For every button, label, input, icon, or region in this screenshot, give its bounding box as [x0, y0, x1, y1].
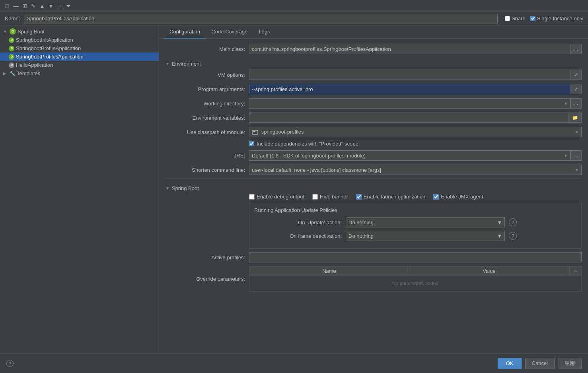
table-body: No parameters added	[249, 276, 582, 291]
jre-input-group: Default (1.8 - SDK of 'springboot-profil…	[249, 150, 582, 161]
share-area: Share Single Instance only	[505, 16, 583, 21]
classpath-value: springboot-profiles	[252, 129, 304, 135]
apply-button[interactable]: 应用	[558, 358, 582, 369]
vm-options-expand-btn[interactable]: ⤢	[570, 70, 582, 80]
env-vars-browse-btn[interactable]: 📁	[569, 113, 582, 123]
spring-init-icon: ⚙	[9, 37, 14, 43]
hide-banner-checkbox[interactable]	[312, 194, 318, 200]
table-col-value: Value	[409, 266, 569, 276]
vm-options-label: VM options:	[165, 72, 249, 78]
spring-boot-section-header[interactable]: ▼ Spring Boot	[165, 182, 582, 194]
enable-jmx-checkbox[interactable]	[433, 194, 439, 200]
on-update-dropdown[interactable]: Do nothing ▼	[346, 217, 505, 227]
toolbar-icon-3[interactable]: ⊞	[21, 2, 29, 10]
table-actions-icon[interactable]: »	[574, 268, 577, 274]
on-frame-dropdown[interactable]: Do nothing ▼	[346, 231, 505, 241]
tree-item-springboot-init[interactable]: ⚙ SpringbootInitApplication	[0, 36, 159, 44]
section-divider	[165, 179, 582, 179]
program-args-input[interactable]	[249, 84, 570, 94]
toolbar-icon-6[interactable]: ▼	[47, 2, 55, 10]
share-checkbox-label[interactable]: Share	[505, 16, 526, 21]
vm-options-row: VM options: ⤢	[165, 69, 582, 80]
toolbar-icon-5[interactable]: ▲	[38, 2, 46, 10]
toolbar-icon-1[interactable]: □	[3, 2, 11, 10]
program-args-expand-btn[interactable]: ⤢	[570, 84, 582, 94]
spring-boot-group[interactable]: ▼ ⚙ Spring Boot	[0, 27, 159, 36]
vm-options-input-group: ⤢	[249, 70, 582, 80]
templates-icon: 🔧	[10, 71, 15, 76]
jre-dropdown[interactable]: Default (1.8 - SDK of 'springboot-profil…	[249, 150, 570, 161]
shorten-cmd-chevron: ▼	[575, 168, 579, 172]
name-bar: Name: Share Single Instance only	[0, 12, 588, 25]
environment-arrow: ▼	[165, 62, 169, 66]
tree-item-hello-app[interactable]: ⚙ HelloApplication	[0, 61, 159, 69]
classpath-dropdown[interactable]: springboot-profiles ▼	[249, 127, 582, 137]
on-frame-value: Do nothing	[349, 233, 374, 239]
main-class-row: Main class: ...	[165, 43, 582, 54]
tab-code-coverage[interactable]: Code Coverage	[206, 25, 253, 39]
spring-boot-group-icon: ⚙	[10, 28, 16, 35]
spring-init-label: SpringbootInitApplication	[16, 37, 73, 43]
enable-debug-checkbox[interactable]	[249, 194, 255, 200]
tree-item-springboot-profile[interactable]: ⚙ SpringbootProfileApplication	[0, 44, 159, 52]
on-frame-label: On frame deactivation:	[254, 233, 342, 239]
env-vars-input[interactable]	[249, 113, 569, 123]
single-instance-checkbox[interactable]	[530, 16, 535, 21]
main-class-input[interactable]	[249, 44, 570, 54]
vm-options-input[interactable]	[249, 70, 570, 80]
running-policies-container: Running Application Update Policies On '…	[165, 203, 582, 249]
tab-configuration[interactable]: Configuration	[164, 25, 206, 39]
active-profiles-row: Active profiles:	[165, 252, 582, 263]
tabs-bar: Configuration Code Coverage Logs	[159, 25, 588, 39]
include-dep-label[interactable]: Include dependencies with "Provided" sco…	[257, 141, 358, 147]
jre-row: JRE: Default (1.8 - SDK of 'springboot-p…	[165, 150, 582, 161]
on-update-help-icon[interactable]: ?	[509, 218, 517, 226]
checkboxes-row: Enable debug output Hide banner Enable l…	[165, 194, 582, 200]
on-frame-help-icon[interactable]: ?	[509, 232, 517, 240]
bottom-question-icon[interactable]: ?	[6, 360, 14, 367]
main-window: □ — ⊞ ✎ ▲ ▼ ≡ ⏷ Name: Share Single Insta…	[0, 0, 588, 373]
spring-boot-section-label: Spring Boot	[172, 185, 199, 191]
enable-jmx-label[interactable]: Enable JMX agent	[433, 194, 483, 200]
jre-label: JRE:	[165, 153, 249, 159]
main-class-input-group: ...	[249, 44, 582, 54]
working-dir-dropdown[interactable]: ▼	[249, 98, 570, 109]
enable-launch-label[interactable]: Enable launch optimization	[356, 194, 425, 200]
shorten-cmd-row: Shorten command line: user-local default…	[165, 164, 582, 175]
on-update-chevron: ▼	[497, 220, 502, 225]
toolbar: □ — ⊞ ✎ ▲ ▼ ≡ ⏷	[0, 0, 588, 12]
templates-group[interactable]: ▶ 🔧 Templates	[0, 69, 159, 78]
running-policies: Running Application Update Policies On '…	[249, 203, 582, 249]
active-profiles-input[interactable]	[249, 252, 582, 262]
tree-item-springboot-profiles[interactable]: ⚙ SpringbootProfilesApplication	[0, 52, 159, 61]
share-checkbox[interactable]	[505, 16, 510, 21]
shorten-cmd-label: Shorten command line:	[165, 167, 249, 173]
jre-browse-btn[interactable]: ...	[570, 150, 582, 161]
table-col-name: Name	[249, 266, 409, 276]
override-params-table-container: Name Value » No parameters added	[249, 266, 582, 291]
name-input[interactable]	[24, 14, 498, 23]
toolbar-icon-7[interactable]: ≡	[56, 2, 64, 10]
toolbar-icon-8[interactable]: ⏷	[64, 2, 72, 10]
env-vars-label: Environment variables:	[165, 115, 249, 121]
shorten-cmd-value: user-local default: none - java [options…	[252, 167, 381, 173]
working-dir-browse-btn[interactable]: ...	[570, 98, 582, 109]
on-update-value: Do nothing	[349, 220, 374, 225]
override-params-label: Override parameters:	[165, 276, 249, 282]
jre-value: Default (1.8 - SDK of 'springboot-profil…	[252, 153, 366, 159]
hide-banner-label[interactable]: Hide banner	[312, 194, 348, 200]
environment-section-header[interactable]: ▼ Environment	[165, 58, 582, 69]
templates-expand-icon: ▶	[3, 71, 8, 76]
single-instance-checkbox-label[interactable]: Single Instance only	[530, 16, 583, 21]
env-vars-input-group: 📁	[249, 113, 582, 123]
main-class-browse-btn[interactable]: ...	[570, 44, 582, 54]
enable-debug-label[interactable]: Enable debug output	[249, 194, 304, 200]
toolbar-icon-4[interactable]: ✎	[29, 2, 37, 10]
shorten-cmd-dropdown[interactable]: user-local default: none - java [options…	[249, 165, 582, 175]
cancel-button[interactable]: Cancel	[525, 358, 555, 369]
enable-launch-checkbox[interactable]	[356, 194, 362, 200]
tab-logs[interactable]: Logs	[253, 25, 275, 39]
include-dep-checkbox[interactable]	[249, 141, 254, 146]
ok-button[interactable]: OK	[498, 358, 522, 369]
toolbar-icon-2[interactable]: —	[12, 2, 20, 10]
